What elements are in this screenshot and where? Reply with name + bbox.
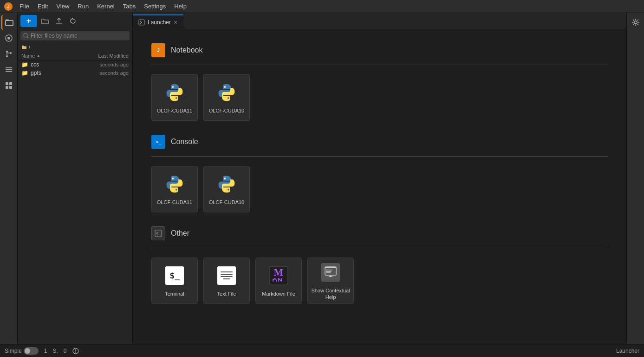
svg-rect-38 (326, 270, 332, 271)
console-section-title: Console (171, 138, 198, 146)
menu-view[interactable]: View (52, 2, 73, 11)
svg-rect-10 (6, 67, 12, 68)
search-input[interactable] (31, 33, 127, 39)
svg-text:J: J (157, 48, 160, 53)
sidebar-item-running[interactable] (1, 31, 16, 46)
file-list: 📁 ccs seconds ago 📁 gpfs seconds ago (18, 60, 132, 344)
notebook-section-header: J Notebook (151, 43, 608, 57)
other-divider (151, 248, 608, 248)
svg-point-24 (224, 86, 226, 88)
svg-rect-16 (9, 86, 12, 89)
text-line-icon (221, 276, 233, 277)
toggle-thumb (25, 348, 30, 354)
markdown-card[interactable]: M Markdown File (255, 258, 302, 304)
toggle-track[interactable] (24, 347, 39, 355)
console-cuda11-icon (163, 173, 186, 195)
tab-launcher[interactable]: Launcher × (133, 14, 183, 29)
folder-icon-ccs: 📁 (21, 61, 28, 68)
menu-edit[interactable]: Edit (34, 2, 52, 11)
notebook-cuda10-icon (215, 81, 238, 104)
terminal-label: Terminal (165, 291, 184, 297)
markdown-label: Markdown File (262, 291, 295, 297)
console-cuda11-card[interactable]: OLCF-CUDA11 (151, 166, 198, 212)
console-cards-row: OLCF-CUDA11 (151, 166, 608, 212)
icon-sidebar (0, 13, 18, 344)
sidebar-item-git[interactable] (1, 46, 16, 61)
current-tab-label: Launcher (616, 348, 639, 354)
svg-rect-12 (6, 71, 12, 72)
terminal-card[interactable]: $_ Terminal (151, 258, 198, 304)
launcher-content: J Notebook (133, 29, 626, 344)
sidebar-item-extensions[interactable] (1, 78, 16, 93)
svg-line-18 (27, 37, 28, 38)
simple-mode-toggle[interactable]: Simple (5, 347, 39, 355)
notebook-divider (151, 65, 608, 65)
svg-point-23 (176, 97, 177, 99)
svg-text:>_: >_ (156, 139, 162, 145)
file-name-ccs: ccs (31, 61, 82, 68)
svg-rect-39 (326, 271, 332, 272)
svg-rect-11 (6, 69, 12, 70)
app-logo: J (4, 2, 13, 11)
svg-point-17 (24, 33, 27, 37)
settings-status-icon[interactable] (72, 347, 79, 355)
svg-rect-14 (9, 82, 12, 85)
file-row[interactable]: 📁 gpfs seconds ago (18, 69, 132, 77)
sidebar-item-files[interactable] (1, 15, 16, 30)
other-section-title: Other (171, 229, 189, 238)
file-row[interactable]: 📁 ccs seconds ago (18, 60, 132, 69)
svg-text:$_: $_ (156, 231, 161, 236)
folder-icon (21, 44, 27, 50)
console-cuda10-card[interactable]: OLCF-CUDA10 (203, 166, 250, 212)
tab-bar: Launcher × (133, 13, 626, 29)
svg-rect-3 (6, 20, 13, 26)
svg-point-29 (176, 189, 177, 191)
help-card-icon (319, 261, 342, 284)
settings-gear-button[interactable] (628, 15, 643, 30)
menu-tabs[interactable]: Tabs (119, 2, 139, 11)
menu-settings[interactable]: Settings (140, 2, 169, 11)
notebook-cards-row: OLCF-CUDA11 (151, 74, 608, 121)
terminal-card-icon: $_ (163, 264, 186, 287)
textfile-card-icon (215, 264, 238, 287)
upload-button[interactable] (53, 15, 65, 27)
status-bar: Simple 1 S. 0 Launcher (0, 344, 644, 357)
menu-run[interactable]: Run (74, 2, 92, 11)
menu-kernel[interactable]: Kernel (93, 2, 118, 11)
open-folder-button[interactable] (39, 15, 51, 27)
menu-file[interactable]: File (16, 2, 33, 11)
launcher-tab-icon (138, 19, 145, 26)
file-panel: + (18, 13, 133, 344)
help-card[interactable]: Show Contextual Help (307, 258, 354, 304)
menu-help[interactable]: Help (170, 2, 190, 11)
terminal-dollar-icon: $_ (169, 271, 180, 280)
refresh-button[interactable] (67, 15, 79, 27)
tab-close-button[interactable]: × (174, 19, 177, 26)
svg-rect-15 (6, 86, 8, 89)
contextual-help-icon (324, 266, 337, 279)
svg-rect-37 (325, 267, 336, 268)
textfile-card[interactable]: Text File (203, 258, 250, 304)
file-list-header: Name ▲ Last Modified (18, 52, 132, 60)
sidebar-item-toc[interactable] (1, 62, 16, 77)
notebook-cuda11-card[interactable]: OLCF-CUDA11 (151, 74, 198, 121)
new-launcher-button[interactable]: + (20, 15, 37, 27)
text-line-icon (221, 271, 233, 272)
svg-text:M: M (274, 266, 284, 278)
text-line-icon (221, 274, 233, 275)
svg-point-25 (228, 97, 229, 99)
console-section-header: >_ Console (151, 135, 608, 149)
file-name-gpfs: gpfs (31, 70, 82, 76)
file-panel-toolbar: + (18, 13, 132, 29)
col-name-header[interactable]: Name ▲ (21, 53, 82, 59)
main-layout: + (0, 13, 644, 344)
file-modified-gpfs: seconds ago (82, 70, 129, 76)
notebook-cuda10-card[interactable]: OLCF-CUDA10 (203, 74, 250, 121)
sort-icon: ▲ (36, 53, 40, 58)
breadcrumb: / (18, 42, 132, 52)
svg-rect-40 (326, 272, 331, 273)
search-icon (23, 33, 29, 39)
svg-point-30 (224, 178, 226, 179)
help-label: Show Contextual Help (308, 287, 353, 301)
textfile-label: Text File (217, 291, 236, 297)
